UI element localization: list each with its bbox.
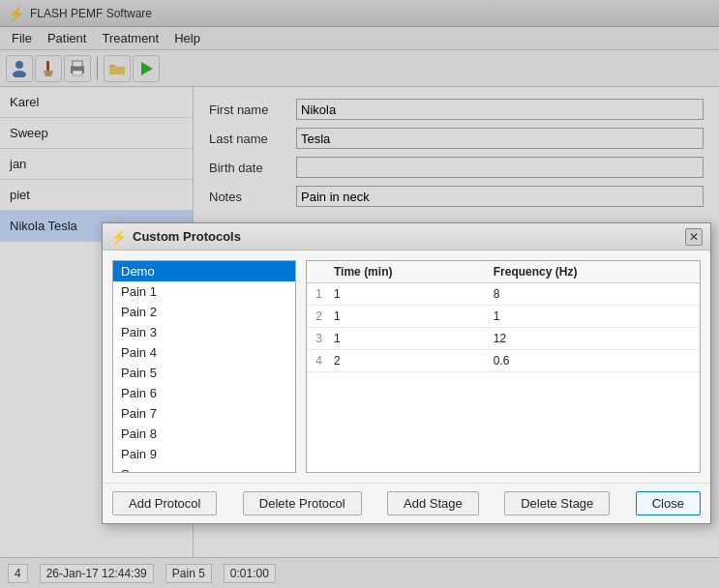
stage-2-time: 1 (326, 306, 486, 328)
delete-stage-button[interactable]: Delete Stage (504, 491, 610, 515)
col-freq-header: Frequency (Hz) (486, 261, 700, 283)
protocol-item-pain9[interactable]: Pain 9 (113, 444, 295, 464)
add-stage-button[interactable]: Add Stage (387, 491, 479, 515)
stage-3-freq: 12 (486, 328, 700, 350)
stage-row-3: 3 1 12 (307, 328, 700, 350)
stage-3-num: 3 (307, 328, 326, 350)
stage-table: Time (min) Frequency (Hz) 1 1 8 2 1 (307, 261, 700, 372)
modal-title: Custom Protocols (133, 229, 685, 244)
stage-1-time: 1 (326, 283, 486, 306)
protocol-item-sweep[interactable]: Sweep (113, 464, 295, 473)
modal-titlebar: ⚡ Custom Protocols ✕ (103, 223, 710, 250)
stage-2-num: 2 (307, 306, 326, 328)
stage-1-freq: 8 (486, 283, 700, 306)
stage-4-freq: 0.6 (486, 350, 700, 372)
col-time-header: Time (min) (326, 261, 486, 283)
stage-table-container: Time (min) Frequency (Hz) 1 1 8 2 1 (306, 260, 701, 473)
add-protocol-button[interactable]: Add Protocol (112, 491, 217, 515)
stage-4-time: 2 (326, 350, 486, 372)
modal-title-icon: ⚡ (110, 229, 127, 245)
protocol-list: Demo Pain 1 Pain 2 Pain 3 Pain 4 Pain 5 … (112, 260, 296, 473)
stage-row-4: 4 2 0.6 (307, 350, 700, 372)
stage-1-num: 1 (307, 283, 326, 306)
protocol-item-demo[interactable]: Demo (113, 261, 295, 281)
protocol-item-pain4[interactable]: Pain 4 (113, 342, 295, 363)
protocol-item-pain3[interactable]: Pain 3 (113, 322, 295, 342)
delete-protocol-button[interactable]: Delete Protocol (243, 491, 362, 515)
protocol-item-pain2[interactable]: Pain 2 (113, 302, 295, 322)
modal-overlay: ⚡ Custom Protocols ✕ Demo Pain 1 Pain 2 … (0, 0, 719, 588)
protocol-item-pain6[interactable]: Pain 6 (113, 383, 295, 403)
stage-4-num: 4 (307, 350, 326, 372)
stage-2-freq: 1 (486, 306, 700, 328)
modal-buttons: Add Protocol Delete Protocol Add Stage D… (103, 483, 710, 523)
custom-protocols-modal: ⚡ Custom Protocols ✕ Demo Pain 1 Pain 2 … (102, 222, 711, 524)
protocol-item-pain8[interactable]: Pain 8 (113, 424, 295, 444)
protocol-item-pain1[interactable]: Pain 1 (113, 281, 295, 302)
modal-close-icon[interactable]: ✕ (685, 228, 703, 246)
stage-row-1: 1 1 8 (307, 283, 700, 306)
col-num-header (307, 261, 326, 283)
stage-3-time: 1 (326, 328, 486, 350)
protocol-item-pain7[interactable]: Pain 7 (113, 403, 295, 424)
close-button[interactable]: Close (636, 491, 701, 515)
modal-body: Demo Pain 1 Pain 2 Pain 3 Pain 4 Pain 5 … (103, 250, 710, 483)
protocol-item-pain5[interactable]: Pain 5 (113, 363, 295, 383)
stage-row-2: 2 1 1 (307, 306, 700, 328)
